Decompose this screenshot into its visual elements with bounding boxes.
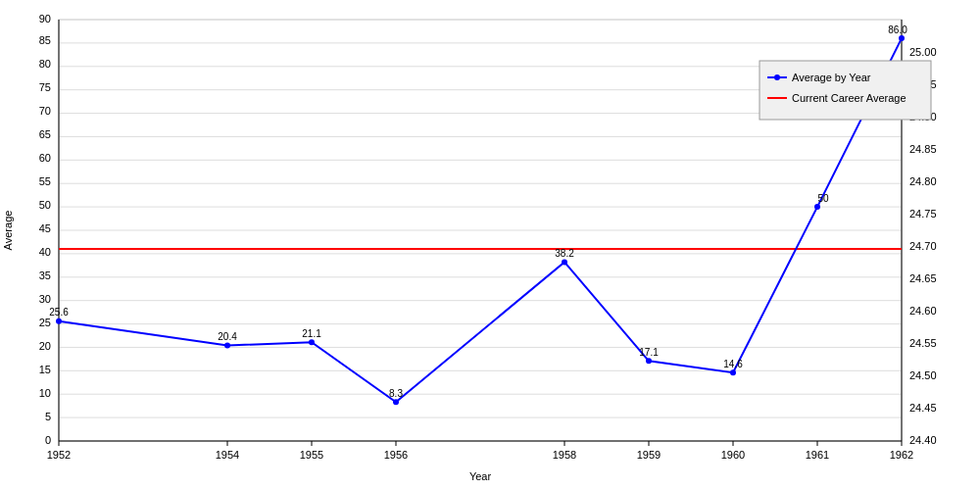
dot-1952 xyxy=(56,318,62,324)
ry-label-2470: 24.70 xyxy=(909,240,937,252)
x-label-1958: 1958 xyxy=(553,449,576,461)
label-1960: 14.6 xyxy=(723,359,743,369)
y-label-85: 85 xyxy=(39,34,51,46)
main-chart: 0 5 10 15 20 25 30 35 40 45 50 55 60 65 … xyxy=(0,0,980,490)
ry-label-2440: 24.40 xyxy=(909,434,937,446)
y-label-35: 35 xyxy=(39,270,51,281)
ry-label-2485: 24.85 xyxy=(909,143,937,155)
x-label-1956: 1956 xyxy=(384,449,408,461)
y-label-25: 25 xyxy=(39,317,51,328)
label-1959: 17.1 xyxy=(639,347,659,358)
y-label-5: 5 xyxy=(45,411,51,422)
y-label-0: 0 xyxy=(45,434,51,446)
y-label-15: 15 xyxy=(39,364,51,375)
y-label-60: 60 xyxy=(39,152,51,164)
x-label-1960: 1960 xyxy=(721,449,745,461)
ry-label-2480: 24.80 xyxy=(909,175,937,187)
y-label-55: 55 xyxy=(39,175,51,187)
dot-1959 xyxy=(646,358,652,364)
label-1954: 20.4 xyxy=(218,331,237,342)
dot-1956 xyxy=(393,399,399,405)
label-1958: 38.2 xyxy=(555,248,574,259)
chart-container: 0 5 10 15 20 25 30 35 40 45 50 55 60 65 … xyxy=(0,0,980,490)
ry-label-2475: 24.75 xyxy=(909,208,937,220)
dot-1961 xyxy=(814,204,820,210)
label-1955: 21.1 xyxy=(302,328,321,339)
x-label-1955: 1955 xyxy=(300,449,323,461)
dot-1954 xyxy=(224,343,230,349)
dot-1958 xyxy=(562,259,567,265)
y-label-40: 40 xyxy=(39,246,51,258)
ry-label-2465: 24.65 xyxy=(909,272,937,284)
legend-box xyxy=(760,61,931,120)
y-label-75: 75 xyxy=(39,81,51,93)
dot-1960 xyxy=(730,369,736,375)
y-label-45: 45 xyxy=(39,222,51,234)
x-axis-label: Year xyxy=(469,470,492,482)
y-label-90: 90 xyxy=(39,13,51,24)
x-label-1962: 1962 xyxy=(890,449,913,461)
dot-1955 xyxy=(309,339,315,345)
y-label-70: 70 xyxy=(39,105,51,117)
y-label-30: 30 xyxy=(39,293,51,305)
y-label-50: 50 xyxy=(39,199,51,211)
y-label-20: 20 xyxy=(39,340,51,352)
y-label-80: 80 xyxy=(39,58,51,70)
legend-dot-blue xyxy=(774,74,780,80)
y-label-65: 65 xyxy=(39,128,51,140)
dot-1962 xyxy=(899,35,905,41)
ry-label-2445: 24.45 xyxy=(909,402,937,414)
ry-label-2455: 24.55 xyxy=(909,337,937,349)
ry-label-2500: 25.00 xyxy=(909,46,937,58)
label-1952: 25.6 xyxy=(49,307,69,318)
ry-label-2460: 24.60 xyxy=(909,305,937,317)
label-1956: 8.3 xyxy=(389,388,403,399)
x-label-1961: 1961 xyxy=(806,449,829,461)
x-label-1954: 1954 xyxy=(216,449,239,461)
legend-label-red: Current Career Average xyxy=(792,92,906,104)
legend-label-blue: Average by Year xyxy=(792,72,871,83)
y-label-10: 10 xyxy=(39,387,51,399)
label-1962: 86.0 xyxy=(888,24,907,35)
x-label-1952: 1952 xyxy=(47,449,71,461)
y-axis-left-label: Average xyxy=(2,211,14,251)
ry-label-2450: 24.50 xyxy=(909,369,937,381)
label-1961: 50 xyxy=(817,193,829,204)
x-label-1959: 1959 xyxy=(637,449,661,461)
